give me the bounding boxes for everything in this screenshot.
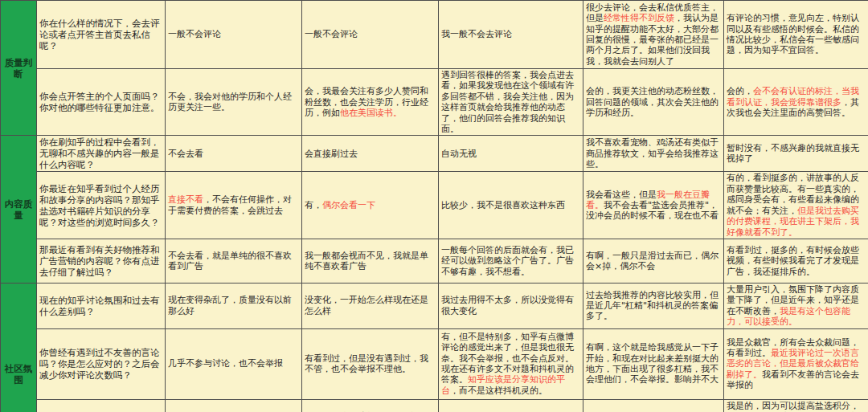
answer-cell[interactable]: 几乎不参与讨论，也不会举报 — [166, 328, 302, 399]
answer-segment: 不会去看，就是单纯的很不喜欢看到广告 — [168, 251, 292, 271]
category-cell[interactable]: 内容质量 — [1, 136, 37, 283]
answer-segment: 会的，我更关注他的动态粉丝数，回答问题的领域，其次会关注他的学历和经历。 — [586, 86, 719, 118]
answer-cell[interactable]: 我是众裁官，所有会去众裁问题，有看到过。最近我评论过一次语言恶劣的言论，但是最后… — [724, 328, 868, 399]
answer-cell[interactable]: 比较少，我不是很喜欢这种东西 — [439, 172, 583, 239]
answer-segment: 他在美国读书。 — [340, 108, 402, 118]
answer-segment: 我是的，因为可以提高盐选积分，而且会有特殊的标志，但是我觉得门槛没有很高。如果门… — [727, 401, 859, 412]
answer-cell[interactable]: 有的，看到挺多的，讲故事的人反而获赞量比较高。有一些真实的，感同身受会有，有些看… — [724, 172, 868, 239]
answer-cell[interactable]: 有啊，一般只是滑过去而已，偶尔会×掉，偶尔不会 — [583, 239, 724, 283]
answer-cell[interactable]: 没有 — [166, 399, 302, 412]
answer-segment: 有啊，这个就是给我感觉从一下子开始，和现在对比起来差别挺大的地方，下面出现了很多… — [586, 342, 719, 385]
answer-segment: 有啊，一般只是滑过去而已，偶尔会×掉，偶尔不会 — [586, 251, 719, 271]
answer-cell[interactable]: 我不知道这个功能，我从来没用过。我一般会直接和客服联系，但是现在客服号太多了，我… — [302, 399, 439, 412]
answer-cell[interactable]: 我知道有这个功能，但是我没有点进去 — [583, 399, 724, 412]
answer-segment: 不会，我会对他的学历和个人经历更关注一些。 — [168, 92, 292, 112]
table-row: 你曾经有遇到过不友善的言论吗？你是怎么应对的？之后会减少你对评论次数吗？几乎不参… — [1, 328, 868, 399]
answer-cell[interactable]: 过去给我推荐的内容比较实用，但是近几年"杠精"和抖机灵的答案偏多了。 — [583, 283, 724, 328]
spreadsheet-view: 质量判断你在什么样的情况下，会去评论或者点开答主首页去私信呢？一般不会评论一般不… — [0, 0, 868, 412]
answer-segment: ，而不是这样抖机灵的。 — [450, 385, 547, 396]
question-cell[interactable]: 你最近在知乎看到过个人经历和故事分享的内容吗？那知乎盐选对书籍碎片知识的分享呢？… — [37, 172, 166, 239]
answer-cell[interactable]: 有啊，这个就是给我感觉从一下子开始，和现在对比起来差别挺大的地方，下面出现了很多… — [583, 328, 724, 399]
answer-segment: 有看到过，挺多的，有时候会放些视频，有些时候我看完了才发现是广告，我还挺排斥的。 — [727, 245, 859, 277]
answer-cell[interactable]: 有看到过，挺多的，有时候会放些视频，有些时候我看完了才发现是广告，我还挺排斥的。 — [724, 239, 868, 283]
answer-segment: 不会去看 — [168, 149, 203, 159]
question-cell[interactable]: 你在刷知乎的过程中会看到，无聊和不感兴趣的内容一般是什么内容呢？ — [37, 136, 166, 172]
table-row: 内容质量你在刷知乎的过程中会看到，无聊和不感兴趣的内容一般是什么内容呢？不会去看… — [1, 136, 868, 172]
question-cell[interactable]: 你曾经有遇到过不友善的言论吗？你是怎么应对的？之后会减少你对评论次数吗？ — [37, 328, 166, 399]
question-cell[interactable]: 那最近有看到有关好物推荐和广告营销的内容呢？你有点进去仔细了解过吗？ — [37, 239, 166, 283]
table-row: 你最近在知乎看到过个人经历和故事分享的内容吗？那知乎盐选对书籍碎片知识的分享呢？… — [1, 172, 868, 239]
answer-segment: 没变化，一开始怎么样现在还是怎么样 — [305, 295, 428, 316]
answer-segment: 有看到过，但是没有遇到过，我不管，也不会举报不理他。 — [305, 353, 428, 374]
answer-cell[interactable]: 有评论的习惯，意见向左，特别认同以及有些感悟的时候会。私信的情况比较少，私信会有… — [724, 1, 868, 69]
table-row: 那最近有看到有关好物推荐和广告营销的内容呢？你有点进去仔细了解过吗？不会去看，就… — [1, 239, 868, 283]
answer-cell[interactable]: 会直接刷过去 — [302, 136, 439, 172]
table-body: 质量判断你在什么样的情况下，会去评论或者点开答主首页去私信呢？一般不会评论一般不… — [1, 1, 868, 412]
question-cell[interactable]: 现在的知乎讨论氛围和过去有什么差别吗？ — [37, 283, 166, 328]
answer-cell[interactable]: 不会去看 — [166, 136, 302, 172]
answer-segment: 暂时没有，不感兴趣的我就直接无视掉了 — [727, 143, 859, 164]
answer-segment: 一般不会评论 — [168, 29, 221, 39]
answer-segment: 我不喜欢看宠物、鸡汤还有类似于商品推荐软文，知乎会给我推荐这些。 — [586, 137, 719, 169]
answer-cell[interactable]: 一般不会评论 — [166, 1, 302, 69]
answer-cell[interactable]: 没有 — [439, 399, 583, 412]
answer-segment: 有， — [305, 200, 322, 210]
answer-segment: 直接不看 — [168, 194, 203, 205]
answer-cell[interactable]: 没变化，一开始怎么样现在还是怎么样 — [302, 283, 439, 328]
category-cell[interactable]: 社区氛围 — [1, 283, 37, 412]
answer-segment: 会的， — [727, 86, 753, 96]
answer-segment: 我一般不会去评论 — [441, 29, 512, 39]
answer-segment: 我过去用得不太多，所以没觉得有很大变化 — [441, 295, 574, 316]
answer-cell[interactable]: 有，偶尔会看一下 — [302, 172, 439, 239]
table-row: 质量判断你在什么样的情况下，会去评论或者点开答主首页去私信呢？一般不会评论一般不… — [1, 1, 868, 69]
answer-cell[interactable]: 不会去看，就是单纯的很不喜欢看到广告 — [166, 239, 302, 283]
answer-cell[interactable]: 不会，我会对他的学历和个人经历更关注一些。 — [166, 69, 302, 136]
answer-segment: 几乎不参与讨论，也不会举报 — [168, 358, 283, 369]
question-cell[interactable]: 你使用过众裁议事厅的功能吗？ — [37, 399, 166, 412]
answer-cell[interactable]: 我过去用得不太多，所以没觉得有很大变化 — [439, 283, 583, 328]
answer-cell[interactable]: 我一般不会去评论 — [439, 1, 583, 69]
answer-cell[interactable]: 我一般都会视而不见，我就是单纯不喜欢看广告 — [302, 239, 439, 283]
answer-segment: 自动无视 — [441, 149, 477, 159]
answer-cell[interactable]: 我是的，因为可以提高盐选积分，而且会有特殊的标志，但是我觉得门槛没有很高。如果门… — [724, 399, 868, 412]
question-cell[interactable]: 你在什么样的情况下，会去评论或者点开答主首页去私信呢？ — [37, 1, 166, 69]
answer-segment: 经常性得不到反馈 — [604, 13, 674, 23]
interview-table: 质量判断你在什么样的情况下，会去评论或者点开答主首页去私信呢？一般不会评论一般不… — [0, 0, 868, 412]
answer-segment: 过去给我推荐的内容比较实用，但是近几年"杠精"和抖机灵的答案偏多了。 — [586, 290, 719, 322]
answer-cell[interactable]: 自动无视 — [439, 136, 583, 172]
answer-cell[interactable]: 会的，我更关注他的动态粉丝数，回答问题的领域，其次会关注他的学历和经历。 — [583, 69, 724, 136]
table-row: 你使用过众裁议事厅的功能吗？没有我不知道这个功能，我从来没用过。我一般会直接和客… — [1, 399, 868, 412]
answer-segment: 一般不会评论 — [305, 29, 358, 39]
answer-cell[interactable]: 会，我最会关注有多少人赞同和粉丝数，也会关注学历，行业经历，例如他在美国读书。 — [302, 69, 439, 136]
answer-cell[interactable]: 直接不看，不会有任何操作，对于需要付费的答案，会跳过去 — [166, 172, 302, 239]
answer-cell[interactable]: 现在变得杂乱了，质量没有以前那么好 — [166, 283, 302, 328]
answer-segment: 偶尔会看一下 — [322, 200, 375, 210]
answer-segment: 遇到回答很棒的答案，我会点进去看，如果我发现他在这个领域有许多回答都不错，我会关… — [441, 70, 574, 134]
answer-cell[interactable]: 我会看这些，但是我一般在豆瓣看。我不会去看"盐选会员推荐"，没冲会员的时候不看，… — [583, 172, 724, 239]
answer-segment: 比较少，我不是很喜欢这种东西 — [441, 200, 565, 210]
answer-cell[interactable]: 大量用户引入，氛围下降了内容质量下降了，但是近年来，知乎还是在不断改善，我是有这… — [724, 283, 868, 328]
answer-segment: 我不会去看"盐选会员推荐"，没冲会员的时候不看，现在也不看 — [586, 200, 719, 221]
answer-cell[interactable]: 暂时没有，不感兴趣的我就直接无视掉了 — [724, 136, 868, 172]
answer-cell[interactable]: 一般每个回答的后面就会有，我已经可以做到忽略这个广告了。广告不够有趣，我不想看。 — [439, 239, 583, 283]
answer-segment: 会直接刷过去 — [305, 149, 358, 159]
answer-cell[interactable]: 遇到回答很棒的答案，我会点进去看，如果我发现他在这个领域有许多回答都不错，我会关… — [439, 69, 583, 136]
answer-segment: 我会看这些，但是 — [586, 190, 657, 200]
answer-segment: 有评论的习惯，意见向左，特别认同以及有些感悟的时候会。私信的情况比较少，私信会有… — [727, 13, 859, 55]
answer-segment: 一般每个回答的后面就会有，我已经可以做到忽略这个广告了。广告不够有趣，我不想看。 — [441, 245, 574, 277]
answer-cell[interactable]: 会的，会不会有认证的标注，当我看到认证，我会觉得靠谱很多，其次我也会关注里面的高… — [724, 69, 868, 136]
table-row: 社区氛围现在的知乎讨论氛围和过去有什么差别吗？现在变得杂乱了，质量没有以前那么好… — [1, 283, 868, 328]
answer-cell[interactable]: 一般不会评论 — [302, 1, 439, 69]
answer-segment: 现在变得杂乱了，质量没有以前那么好 — [168, 295, 292, 316]
answer-cell[interactable]: 有看到过，但是没有遇到过，我不管，也不会举报不理他。 — [302, 328, 439, 399]
answer-cell[interactable]: 很少去评论，会去私信优质答主，但是经常性得不到反馈，我认为是知乎的提醒功能不太好… — [583, 1, 724, 69]
question-cell[interactable]: 你会点开答主的个人页面吗？你对他的哪些特征更加注意。 — [37, 69, 166, 136]
answer-segment: 我一般都会视而不见，我就是单纯不喜欢看广告 — [305, 251, 428, 271]
category-cell[interactable]: 质量判断 — [1, 1, 37, 136]
answer-cell[interactable]: 有，但不是特别多，知乎有点微博评论的感觉出来了，但是我也很无奈。我不会举报，也不… — [439, 328, 583, 399]
answer-cell[interactable]: 我不喜欢看宠物、鸡汤还有类似于商品推荐软文，知乎会给我推荐这些。 — [583, 136, 724, 172]
table-row: 你会点开答主的个人页面吗？你对他的哪些特征更加注意。不会，我会对他的学历和个人经… — [1, 69, 868, 136]
